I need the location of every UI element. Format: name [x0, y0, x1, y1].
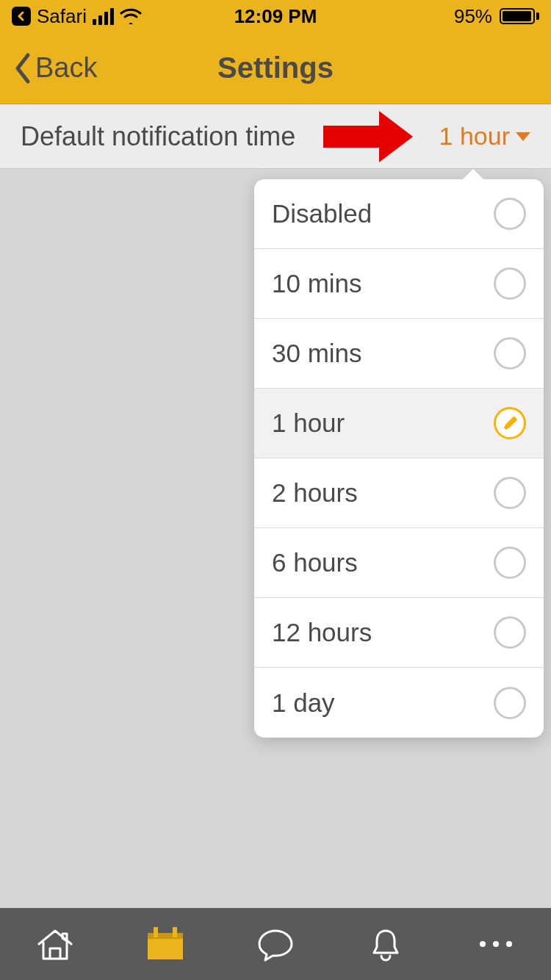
- chevron-left-icon: [13, 52, 32, 84]
- default-notification-time-row[interactable]: Default notification time 1 hour: [0, 104, 551, 169]
- chat-icon: [256, 926, 295, 962]
- radio-unselected-icon: [494, 337, 526, 370]
- dropdown-option[interactable]: 2 hours: [254, 458, 544, 528]
- dropdown-option[interactable]: 1 hour: [254, 389, 544, 458]
- setting-value: 1 hour: [439, 122, 510, 151]
- dropdown-option-label: 1 day: [272, 688, 335, 718]
- tab-chat[interactable]: [220, 908, 331, 980]
- dropdown-option-label: 12 hours: [272, 618, 372, 647]
- tab-more[interactable]: [441, 908, 551, 980]
- svg-rect-17: [148, 933, 183, 939]
- dropdown-option-label: 30 mins: [272, 339, 362, 368]
- back-to-safari-icon[interactable]: [12, 7, 31, 26]
- status-left-cluster: Safari: [12, 5, 142, 28]
- svg-rect-19: [173, 927, 177, 937]
- tab-notifications[interactable]: [331, 908, 441, 980]
- radio-unselected-icon: [494, 198, 526, 230]
- svg-rect-18: [154, 927, 158, 937]
- notification-time-dropdown: Disabled10 mins30 mins1 hour2 hours6 hou…: [254, 179, 544, 738]
- main-content-area: Disabled10 mins30 mins1 hour2 hours6 hou…: [0, 169, 551, 908]
- popover-arrow-icon: [461, 169, 485, 181]
- back-label: Back: [35, 52, 97, 84]
- dropdown-option[interactable]: 30 mins: [254, 319, 544, 389]
- navigation-bar: Back Settings: [0, 32, 551, 104]
- bell-icon: [368, 926, 403, 962]
- dropdown-option-label: 1 hour: [272, 408, 345, 438]
- dropdown-option[interactable]: Disabled: [254, 179, 544, 249]
- dropdown-option[interactable]: 6 hours: [254, 528, 544, 598]
- setting-value-dropdown-trigger[interactable]: 1 hour: [439, 122, 530, 151]
- dropdown-option[interactable]: 1 day: [254, 668, 544, 738]
- tab-home[interactable]: [0, 908, 110, 980]
- caret-down-icon: [516, 132, 530, 141]
- back-button[interactable]: Back: [13, 52, 97, 84]
- setting-label: Default notification time: [21, 121, 295, 152]
- dropdown-option[interactable]: 10 mins: [254, 249, 544, 319]
- more-icon: [480, 941, 512, 947]
- dropdown-option-label: 10 mins: [272, 269, 362, 298]
- tab-bar: [0, 908, 551, 980]
- home-icon: [36, 926, 74, 962]
- status-right-cluster: 95%: [454, 5, 539, 28]
- dropdown-option[interactable]: 12 hours: [254, 598, 544, 668]
- battery-percent: 95%: [454, 5, 492, 28]
- cellular-signal-icon: [93, 8, 114, 25]
- wifi-icon: [120, 8, 142, 24]
- status-bar: Safari 12:09 PM 95%: [0, 0, 551, 32]
- radio-unselected-icon: [494, 616, 526, 649]
- annotation-arrow-icon: [323, 111, 419, 162]
- radio-unselected-icon: [494, 477, 526, 509]
- calendar-icon: [145, 926, 186, 962]
- dropdown-option-label: 2 hours: [272, 478, 358, 508]
- radio-unselected-icon: [494, 687, 526, 719]
- radio-unselected-icon: [494, 267, 526, 300]
- radio-selected-icon: [494, 407, 526, 439]
- radio-unselected-icon: [494, 547, 526, 579]
- tab-calendar[interactable]: [110, 908, 220, 980]
- dropdown-option-label: 6 hours: [272, 548, 358, 577]
- dropdown-option-label: Disabled: [272, 199, 372, 228]
- status-app-label[interactable]: Safari: [37, 5, 87, 28]
- battery-icon: [497, 8, 539, 24]
